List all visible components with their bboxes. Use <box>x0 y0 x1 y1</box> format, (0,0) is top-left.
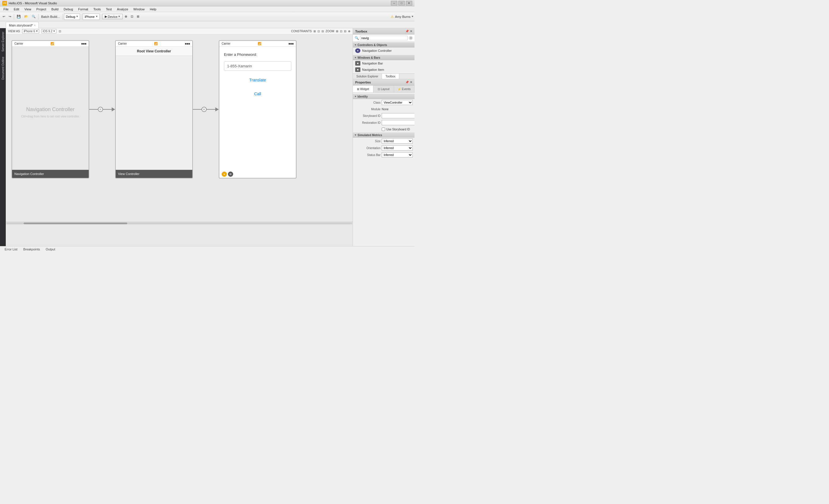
restoration-id-input[interactable] <box>382 120 414 125</box>
toolbox-tab-active[interactable]: Toolbox <box>382 74 399 79</box>
close-button[interactable]: ✕ <box>406 1 412 5</box>
tab-close-button[interactable]: × <box>34 24 35 27</box>
use-storyboard-checkbox[interactable] <box>382 128 385 131</box>
output-tab[interactable]: Output <box>43 246 58 252</box>
scene-icon-yellow[interactable]: ● <box>222 172 227 177</box>
dropdown-arrow <box>76 16 78 17</box>
layout-tab[interactable]: ⊡ Layout <box>373 85 394 93</box>
storyboard-tab[interactable]: Main.storyboard* × <box>6 22 39 28</box>
document-outline-tab[interactable]: Document Outline <box>0 55 6 82</box>
minimize-button[interactable]: ─ <box>391 1 397 5</box>
section-collapse-arrow-2 <box>355 57 356 59</box>
toolbar-btn-3[interactable]: 🔍 <box>30 13 37 20</box>
menu-item-analyze[interactable]: Analyze <box>115 7 131 11</box>
properties-pin-icon[interactable]: 📌 <box>405 81 409 84</box>
window-title: Hello.iOS - Microsoft Visual Studio <box>9 1 389 5</box>
menu-item-file[interactable]: File <box>1 7 11 11</box>
undo-button[interactable]: ↩ <box>1 13 7 20</box>
scene3-wifi-icon: 📶 <box>258 42 261 45</box>
toolbox-item-nav-item[interactable]: ■ Navigation Item <box>353 67 414 73</box>
toolbar-icons-3[interactable]: ⊞ <box>135 13 141 20</box>
zoom-btn-3[interactable]: ⊟ <box>344 30 346 33</box>
constraint-btn-3[interactable]: ⊟ <box>322 30 324 33</box>
connector-arrow-1 <box>112 107 115 111</box>
view-controller-frame-content[interactable]: Carrier 📶 ■■■ Enter a Phoneword: 1-855-X… <box>219 40 296 178</box>
iphone-dropdown-arrow <box>36 31 38 32</box>
iphone-dropdown[interactable]: iPhone <box>83 13 99 20</box>
batch-build-button[interactable]: Batch Build... <box>40 13 61 20</box>
redo-button[interactable]: ↪ <box>7 13 13 20</box>
scene-icon-dark[interactable]: ⊞ <box>228 172 233 177</box>
menu-item-window[interactable]: Window <box>131 7 147 11</box>
use-storyboard-label: Use Storyboard ID <box>386 128 410 131</box>
menu-item-test[interactable]: Test <box>104 7 114 11</box>
toolbar-btn-2[interactable]: 📂 <box>23 13 30 20</box>
layout-icon: ⊡ <box>377 87 380 91</box>
run-device-button[interactable]: ▶ Device <box>102 14 123 19</box>
menu-item-debug[interactable]: Debug <box>61 7 75 11</box>
events-tab[interactable]: ⚡ Events <box>394 85 414 93</box>
zoom-btn-2[interactable]: ⊡ <box>340 30 342 33</box>
title-bar: VS Hello.iOS - Microsoft Visual Studio ─… <box>0 0 414 6</box>
server-explorer-tab[interactable]: Server Explorer <box>0 29 6 54</box>
zoom-btn-4[interactable]: ⊕ <box>348 30 350 33</box>
class-select[interactable]: ViewController <box>382 100 413 105</box>
menu-item-tools[interactable]: Tools <box>91 7 103 11</box>
nav-controller-icon: ● <box>355 48 360 53</box>
toolbox-close-icon[interactable]: ✕ <box>410 30 412 33</box>
phoneword-textfield[interactable]: 1-855-Xamarin <box>224 61 291 71</box>
section-label-controllers: Controllers & Objects <box>358 43 387 47</box>
toolbox-item-nav-bar[interactable]: ■ Navigation Bar <box>353 60 414 67</box>
toolbox-pin-icon[interactable]: 📌 <box>405 30 409 33</box>
status-bar-select[interactable]: Inferred <box>382 152 413 157</box>
nav-controller-frame[interactable]: Carrier 📶 ■■■ Navigation Controller Ctrl… <box>11 40 89 178</box>
toolbox-search-input[interactable] <box>360 36 407 40</box>
view-controller-frame-empty[interactable]: Carrier 📶 ■■■ Root View Controller View … <box>115 40 193 178</box>
orientation-select[interactable]: Inferred <box>382 145 413 150</box>
iphone-size-dropdown[interactable]: iPhone 6 <box>22 29 39 33</box>
debug-config-dropdown[interactable]: Debug <box>64 13 80 20</box>
maximize-button[interactable]: □ <box>398 1 405 5</box>
nav-item-label: Navigation Item <box>362 68 384 71</box>
connector-circle-2[interactable]: ⊞ <box>202 107 207 112</box>
constraint-btn-2[interactable]: ⊡ <box>318 30 320 33</box>
events-icon: ⚡ <box>398 87 401 91</box>
canvas-area: VIEW AS iPhone 6 iOS 9.2 ⊡ CONSTRAINTS ⊞… <box>6 28 353 246</box>
toolbox-item-nav-controller[interactable]: ● Navigation Controller <box>353 47 414 54</box>
scene2-nav-bar: Root View Controller <box>116 47 192 56</box>
translate-button[interactable]: Translate <box>224 75 291 85</box>
scene2-footer: View Controller <box>116 170 192 178</box>
solution-explorer-tab[interactable]: Solution Explorer <box>353 74 382 79</box>
scene2-nav-title: Root View Controller <box>137 49 171 53</box>
save-button[interactable]: 💾 <box>15 13 22 20</box>
toolbox-search-clear[interactable]: ✕ <box>409 36 413 40</box>
window-controls: ─ □ ✕ <box>391 1 412 5</box>
connector-circle-1[interactable]: ⊞ <box>98 107 103 112</box>
error-list-tab[interactable]: Error List <box>2 246 20 252</box>
menu-item-build[interactable]: Build <box>49 7 61 11</box>
size-select[interactable]: Inferred <box>382 139 413 144</box>
identity-section-header: Identity <box>353 94 414 99</box>
menu-item-edit[interactable]: Edit <box>11 7 22 11</box>
call-button[interactable]: Call <box>224 89 291 99</box>
constraint-btn-1[interactable]: ⊞ <box>314 30 316 33</box>
properties-close-icon[interactable]: ✕ <box>410 81 412 84</box>
identity-section-label: Identity <box>358 95 368 98</box>
orientation-icon[interactable]: ⊡ <box>59 30 61 33</box>
horizontal-scrollbar[interactable] <box>6 222 353 224</box>
toolbox-header-icons: 📌 ✕ <box>405 30 412 33</box>
toolbar-icons-2[interactable]: ⊡ <box>129 13 135 20</box>
canvas-toolbar-right: CONSTRAINTS ⊞ ⊡ ⊟ ZOOM ⊞ ⊡ ⊟ ⊕ <box>291 30 350 33</box>
user-dropdown-arrow[interactable] <box>411 16 413 17</box>
storyboard-id-input[interactable] <box>382 113 414 118</box>
widget-tab[interactable]: ⊞ Widget <box>353 85 373 93</box>
ios-version-dropdown[interactable]: iOS 9.2 <box>41 29 57 33</box>
zoom-btn-1[interactable]: ⊞ <box>336 30 338 33</box>
menu-item-help[interactable]: Help <box>147 7 158 11</box>
menu-item-project[interactable]: Project <box>34 7 48 11</box>
toolbar-separator-5 <box>101 14 101 20</box>
toolbar-icons-1[interactable]: ⊕ <box>123 13 129 20</box>
breakpoints-tab[interactable]: Breakpoints <box>21 246 42 252</box>
menu-item-format[interactable]: Format <box>76 7 91 11</box>
menu-item-view[interactable]: View <box>22 7 34 11</box>
